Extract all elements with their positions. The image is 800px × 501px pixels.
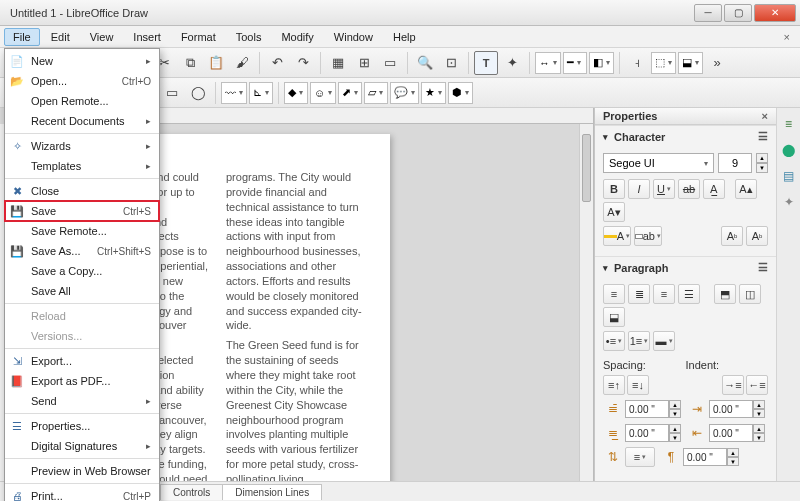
menu-item-new[interactable]: 📄New▸ xyxy=(5,51,159,71)
number-list-dropdown[interactable]: 1≡▾ xyxy=(628,331,650,351)
bullet-list-dropdown[interactable]: •≡▾ xyxy=(603,331,625,351)
properties-tab-icon[interactable]: ≡ xyxy=(779,114,799,134)
underline-button[interactable]: U▾ xyxy=(653,179,675,199)
tab-dimension-lines[interactable]: Dimension Lines xyxy=(222,484,322,500)
menu-modify[interactable]: Modify xyxy=(272,28,322,46)
menu-item-print[interactable]: 🖨Print...Ctrl+P xyxy=(5,486,159,501)
line-spacing-dropdown[interactable]: ⇅≡▾ xyxy=(603,447,655,467)
menu-view[interactable]: View xyxy=(81,28,123,46)
curve-dropdown[interactable]: 〰▾ xyxy=(221,82,247,104)
block-arrows-dropdown[interactable]: ⬈▾ xyxy=(338,82,362,104)
indent-before-field[interactable]: ⇥▲▼ xyxy=(687,399,765,419)
shadow-dropdown[interactable]: ◧▾ xyxy=(589,52,614,74)
bold-button[interactable]: B xyxy=(603,179,625,199)
menu-edit[interactable]: Edit xyxy=(42,28,79,46)
menu-item-save-as[interactable]: 💾Save As...Ctrl+Shift+S xyxy=(5,241,159,261)
highlight-color-dropdown[interactable]: ab▾ xyxy=(634,226,662,246)
italic-button[interactable]: I xyxy=(628,179,650,199)
menu-item-open-remote[interactable]: Open Remote... xyxy=(5,91,159,111)
sidebar-close-icon[interactable]: × xyxy=(762,110,768,122)
menu-item-save-all[interactable]: Save All xyxy=(5,281,159,301)
menu-tools[interactable]: Tools xyxy=(227,28,271,46)
paragraph-section-header[interactable]: ▾ Paragraph ☰ xyxy=(595,256,776,278)
tab-controls[interactable]: Controls xyxy=(160,484,223,500)
zoom-icon[interactable]: 🔍 xyxy=(413,51,437,75)
menu-format[interactable]: Format xyxy=(172,28,225,46)
clone-format-icon[interactable]: 🖌 xyxy=(230,51,254,75)
valign-middle-button[interactable]: ◫ xyxy=(739,284,761,304)
gallery-tab-icon[interactable]: ▤ xyxy=(779,166,799,186)
arrange-dropdown[interactable]: ⬚▾ xyxy=(651,52,676,74)
line-style-dropdown[interactable]: ━▾ xyxy=(563,52,587,74)
flowchart-dropdown[interactable]: ▱▾ xyxy=(364,82,388,104)
decrease-spacing-button[interactable]: ≡↓ xyxy=(627,375,649,395)
menu-item-wizards[interactable]: ✧Wizards▸ xyxy=(5,136,159,156)
menu-item-templates[interactable]: Templates▸ xyxy=(5,156,159,176)
menu-close-icon[interactable]: × xyxy=(778,29,796,45)
space-below-field[interactable]: ≡̲▲▼ xyxy=(603,423,681,443)
more-options-icon[interactable]: ☰ xyxy=(758,130,768,143)
styles-tab-icon[interactable]: ⬤ xyxy=(779,140,799,160)
subscript-button[interactable]: Ab xyxy=(746,226,768,246)
font-size-spinner[interactable]: ▲▼ xyxy=(756,153,768,173)
menu-item-save-remote[interactable]: Save Remote... xyxy=(5,221,159,241)
more-options-icon[interactable]: ☰ xyxy=(758,261,768,274)
decrease-size-button[interactable]: A▾ xyxy=(603,202,625,222)
menu-item-send[interactable]: Send▸ xyxy=(5,391,159,411)
menu-help[interactable]: Help xyxy=(384,28,425,46)
first-line-indent-field[interactable]: ¶▲▼ xyxy=(661,447,739,467)
menu-file[interactable]: File xyxy=(4,28,40,46)
valign-bottom-button[interactable]: ⬓ xyxy=(603,307,625,327)
decrease-indent-button[interactable]: ←≡ xyxy=(746,375,768,395)
paste-icon[interactable]: 📋 xyxy=(204,51,228,75)
fontwork-icon[interactable]: ✦ xyxy=(500,51,524,75)
align-justify-button[interactable]: ☰ xyxy=(678,284,700,304)
ellipse-tool-icon[interactable]: ◯ xyxy=(186,81,210,105)
zoom-page-icon[interactable]: ⊡ xyxy=(439,51,463,75)
distribute-dropdown[interactable]: ⬓▾ xyxy=(678,52,703,74)
menu-insert[interactable]: Insert xyxy=(124,28,170,46)
character-section-header[interactable]: ▾ Character ☰ xyxy=(595,125,776,147)
undo-icon[interactable]: ↶ xyxy=(265,51,289,75)
line-end-dropdown[interactable]: ↔▾ xyxy=(535,52,561,74)
snap-icon[interactable]: ⊞ xyxy=(352,51,376,75)
increase-size-button[interactable]: A▴ xyxy=(735,179,757,199)
symbol-shapes-dropdown[interactable]: ☺▾ xyxy=(310,82,336,104)
maximize-button[interactable]: ▢ xyxy=(724,4,752,22)
vertical-scrollbar[interactable] xyxy=(579,124,593,481)
grid-icon[interactable]: ▦ xyxy=(326,51,350,75)
indent-after-field[interactable]: ⇤▲▼ xyxy=(687,423,765,443)
align-right-button[interactable]: ≡ xyxy=(653,284,675,304)
align-left-obj-icon[interactable]: ⫞ xyxy=(625,51,649,75)
rect-tool-icon[interactable]: ▭ xyxy=(160,81,184,105)
menu-item-open[interactable]: 📂Open...Ctrl+O xyxy=(5,71,159,91)
helpers-icon[interactable]: ▭ xyxy=(378,51,402,75)
callouts-dropdown[interactable]: 💬▾ xyxy=(390,82,419,104)
minimize-button[interactable]: ─ xyxy=(694,4,722,22)
menu-window[interactable]: Window xyxy=(325,28,382,46)
align-left-button[interactable]: ≡ xyxy=(603,284,625,304)
menu-item-save-copy[interactable]: Save a Copy... xyxy=(5,261,159,281)
connector-dropdown[interactable]: ⊾▾ xyxy=(249,82,273,104)
shadow-button[interactable]: A̲ xyxy=(703,179,725,199)
valign-top-button[interactable]: ⬒ xyxy=(714,284,736,304)
font-size-field[interactable]: 9 xyxy=(718,153,752,173)
increase-indent-button[interactable]: →≡ xyxy=(722,375,744,395)
copy-icon[interactable]: ⧉ xyxy=(178,51,202,75)
bgcolor-dropdown[interactable]: ▬▾ xyxy=(653,331,675,351)
menu-item-export[interactable]: ⇲Export... xyxy=(5,351,159,371)
strike-button[interactable]: ab xyxy=(678,179,700,199)
text-tool-icon[interactable]: T xyxy=(474,51,498,75)
menu-item-digital-signatures[interactable]: Digital Signatures▸ xyxy=(5,436,159,456)
menu-item-close[interactable]: ✖Close xyxy=(5,181,159,201)
menu-item-preview-browser[interactable]: Preview in Web Browser xyxy=(5,461,159,481)
more-icon[interactable]: » xyxy=(705,51,729,75)
close-window-button[interactable]: ✕ xyxy=(754,4,796,22)
menu-item-recent[interactable]: Recent Documents▸ xyxy=(5,111,159,131)
navigator-tab-icon[interactable]: ✦ xyxy=(779,192,799,212)
font-color-dropdown[interactable]: A▾ xyxy=(603,226,631,246)
superscript-button[interactable]: Ab xyxy=(721,226,743,246)
stars-dropdown[interactable]: ★▾ xyxy=(421,82,446,104)
basic-shapes-dropdown[interactable]: ◆▾ xyxy=(284,82,308,104)
increase-spacing-button[interactable]: ≡↑ xyxy=(603,375,625,395)
